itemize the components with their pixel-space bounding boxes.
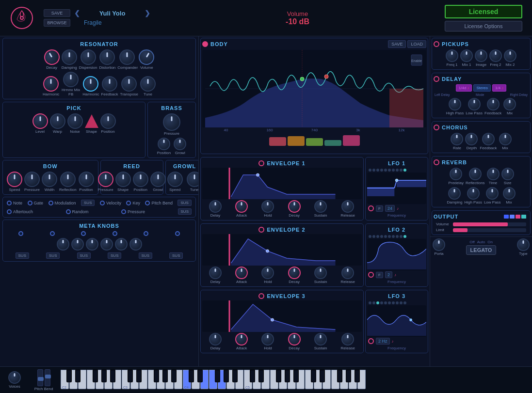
key-indicator[interactable] — [126, 201, 131, 205]
reverb-power-button[interactable] — [434, 159, 439, 165]
chorus-mix-knob[interactable] — [499, 133, 512, 145]
chorus-power-button[interactable] — [434, 125, 439, 130]
damping-knob[interactable] — [62, 49, 77, 65]
porta-knob[interactable] — [433, 238, 445, 251]
reverb-damping-knob[interactable] — [448, 187, 461, 200]
meta-ind-5[interactable] — [144, 231, 148, 236]
black-key[interactable] — [93, 370, 98, 382]
reverb-mix-knob[interactable] — [503, 187, 516, 200]
tune-knob[interactable] — [140, 76, 156, 92]
meta-sus-6[interactable]: SUS — [169, 252, 183, 259]
env3-hold-knob[interactable] — [261, 333, 274, 346]
harmonic2-knob[interactable] — [83, 76, 98, 92]
output-volume-bar[interactable] — [453, 222, 526, 226]
reed-pressure-knob[interactable] — [98, 172, 113, 187]
compander-knob[interactable] — [119, 49, 135, 65]
meta-knob-1-dial[interactable] — [57, 238, 69, 251]
sus-btn-1[interactable]: SUS — [81, 200, 95, 206]
reed-growl-knob[interactable] — [150, 172, 166, 187]
transpose-knob[interactable] — [121, 76, 137, 92]
warp-knob[interactable] — [50, 113, 65, 129]
lfo3-power-button[interactable] — [368, 338, 374, 344]
meta-knob-4-dial[interactable] — [100, 238, 113, 251]
black-key[interactable] — [293, 370, 299, 382]
env1-delay-knob[interactable] — [209, 200, 222, 213]
env1-hold-knob[interactable] — [261, 200, 274, 213]
black-key[interactable] — [197, 370, 203, 382]
pickups-freq1-knob[interactable] — [446, 49, 458, 62]
meta-knob-3-dial[interactable] — [86, 238, 98, 251]
lfo1-power-button[interactable] — [368, 205, 374, 211]
pickups-image-knob[interactable] — [475, 49, 487, 62]
delay-feedback-knob[interactable] — [487, 98, 500, 110]
sus-btn-2[interactable]: SUS — [177, 200, 191, 206]
next-preset-button[interactable]: ❯ — [145, 9, 150, 17]
env2-sustain-knob[interactable] — [314, 267, 327, 279]
output-limit-bar[interactable] — [453, 228, 526, 232]
black-key[interactable] — [162, 370, 168, 382]
modulation-indicator[interactable] — [48, 201, 53, 205]
velocity-indicator[interactable] — [100, 201, 105, 205]
delay-power-button[interactable] — [434, 76, 439, 82]
type-knob[interactable] — [517, 238, 530, 251]
meta-sus-4[interactable]: SUS — [108, 252, 121, 259]
pick-position-knob[interactable] — [100, 113, 116, 129]
env2-decay-knob[interactable] — [288, 267, 301, 279]
reverb-time-knob[interactable] — [487, 168, 500, 180]
body-load-button[interactable]: LOAD — [407, 40, 426, 48]
res-feedback-knob[interactable] — [102, 76, 117, 92]
black-key[interactable] — [355, 370, 360, 382]
keyboard-area[interactable]: C2C3C4C5 — [61, 370, 530, 390]
meta-sus-5[interactable]: SUS — [139, 252, 152, 259]
env1-decay-knob[interactable] — [288, 200, 301, 213]
black-key[interactable] — [285, 370, 290, 382]
harmonic-knob[interactable] — [43, 76, 59, 92]
black-key[interactable] — [154, 370, 159, 382]
pickups-freq2-knob[interactable] — [489, 49, 502, 62]
pressure-indicator[interactable] — [121, 209, 126, 214]
lfo1-type-button[interactable]: F — [376, 205, 383, 212]
reverb-reflections-knob[interactable] — [469, 168, 482, 180]
brass-position-knob[interactable] — [158, 138, 170, 150]
meta-ind-1[interactable] — [18, 231, 23, 236]
licensed-button[interactable]: Licensed — [445, 5, 522, 18]
black-key[interactable] — [75, 370, 81, 382]
env1-power-button[interactable] — [258, 160, 264, 166]
pickups-power-button[interactable] — [434, 41, 439, 47]
body-save-button[interactable]: SAVE — [388, 40, 406, 48]
env3-attack-knob[interactable] — [235, 333, 248, 346]
lfo2-type-button[interactable]: F — [376, 272, 383, 278]
env3-decay-knob[interactable] — [288, 333, 301, 346]
meta-knob-6-dial[interactable] — [129, 238, 142, 251]
reverb-highpass-knob[interactable] — [467, 187, 480, 200]
black-key[interactable] — [337, 370, 342, 382]
volume-value[interactable]: -10 dB — [286, 17, 309, 26]
reverb-size-knob[interactable] — [501, 168, 514, 180]
black-key[interactable] — [224, 370, 229, 382]
delay-mix-knob[interactable] — [503, 98, 516, 110]
env2-attack-knob[interactable] — [235, 267, 248, 279]
meta-sus-3[interactable]: SUS — [77, 252, 91, 259]
reverb-lowpass-knob[interactable] — [486, 187, 499, 200]
pickups-mix1-knob[interactable] — [460, 49, 473, 62]
env1-release-knob[interactable] — [341, 200, 354, 213]
delay-mode-button[interactable]: Stereo — [473, 84, 491, 92]
env2-delay-knob[interactable] — [209, 267, 222, 279]
black-key[interactable] — [258, 370, 264, 382]
black-key[interactable] — [189, 370, 194, 382]
black-key[interactable] — [311, 370, 316, 382]
left-delay-button[interactable]: 1/4d ♪ — [456, 84, 472, 92]
delay-highpass-knob[interactable] — [449, 98, 461, 110]
env3-delay-knob[interactable] — [209, 333, 222, 346]
reed-position-knob[interactable] — [133, 172, 148, 187]
meta-sus-1[interactable]: SUS — [16, 252, 29, 259]
growl-speed-knob[interactable] — [167, 172, 183, 187]
prev-preset-button[interactable]: ❮ — [74, 9, 80, 17]
black-key[interactable] — [232, 370, 238, 382]
aftertouch-indicator[interactable] — [7, 209, 12, 214]
pitch-bend-slider-1[interactable] — [37, 369, 43, 386]
black-key[interactable] — [320, 370, 325, 382]
distortion-knob[interactable] — [99, 49, 115, 65]
pickups-mix2-knob[interactable] — [504, 49, 516, 62]
pick-level-knob[interactable] — [32, 113, 48, 129]
